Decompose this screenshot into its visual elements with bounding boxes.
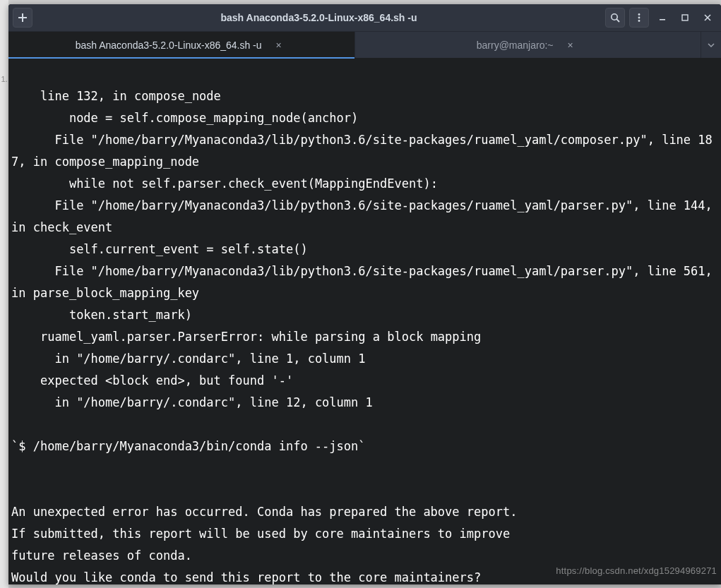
tab-0[interactable]: bash Anaconda3-5.2.0-Linux-x86_64.sh -u … [8, 32, 355, 58]
terminal-output[interactable]: line 132, in compose_node node = self.co… [8, 58, 721, 584]
terminal-line: node = self.compose_mapping_node(anchor) [11, 111, 358, 125]
watermark: https://blog.csdn.net/xdg15294969271 [556, 560, 717, 582]
editor-gutter: 1. [0, 0, 8, 588]
new-tab-button[interactable] [13, 8, 32, 28]
svg-point-5 [638, 17, 640, 19]
minimize-button[interactable] [653, 8, 672, 27]
maximize-button[interactable] [676, 8, 694, 27]
tab-1[interactable]: barry@manjaro:~ × [355, 32, 702, 58]
minimize-icon [658, 13, 667, 22]
close-icon [703, 13, 712, 22]
tab-label: barry@manjaro:~ [477, 40, 554, 51]
terminal-line: line 132, in compose_node [40, 89, 221, 103]
chevron-down-icon [708, 42, 715, 49]
tab-close-1[interactable]: × [562, 40, 579, 51]
svg-point-2 [612, 14, 617, 20]
terminal-window: bash Anaconda3-5.2.0-Linux-x86_64.sh -u [8, 4, 721, 584]
terminal-line: self.current_event = self.state() [11, 242, 308, 256]
terminal-line: ruamel_yaml.parser.ParserError: while pa… [11, 330, 481, 344]
svg-line-3 [616, 19, 619, 22]
terminal-line: File "/home/barry/Myanaconda3/lib/python… [11, 133, 713, 169]
maximize-icon [681, 13, 689, 22]
terminal-line: File "/home/barry/Myanaconda3/lib/python… [11, 198, 720, 234]
terminal-line: expected <block end>, but found '-' [11, 373, 293, 388]
titlebar: bash Anaconda3-5.2.0-Linux-x86_64.sh -u [8, 4, 721, 31]
terminal-line: while not self.parser.check_event(Mappin… [11, 176, 438, 191]
terminal-line: If submitted, this report will be used b… [11, 527, 510, 541]
search-button[interactable] [605, 8, 625, 28]
kebab-icon [634, 13, 644, 23]
terminal-line: token.start_mark) [11, 308, 192, 322]
window-title: bash Anaconda3-5.2.0-Linux-x86_64.sh -u [37, 12, 601, 23]
tab-dropdown[interactable] [701, 32, 721, 58]
svg-rect-1 [18, 17, 27, 18]
terminal-line: Would you like conda to send this report… [11, 570, 481, 584]
svg-rect-7 [660, 19, 665, 20]
menu-button[interactable] [629, 8, 649, 28]
search-icon [610, 13, 620, 23]
terminal-line: in "/home/barry/.condarc", line 1, colum… [11, 352, 366, 366]
plus-icon [18, 13, 28, 23]
svg-point-4 [638, 13, 640, 16]
terminal-line: An unexpected error has occurred. Conda … [11, 505, 517, 519]
svg-rect-8 [682, 15, 688, 20]
close-button[interactable] [698, 8, 717, 27]
tab-close-0[interactable]: × [270, 40, 287, 51]
terminal-line: in "/home/barry/.condarc", line 12, colu… [11, 395, 373, 409]
terminal-line: `$ /home/barry/Myanaconda3/bin/conda inf… [11, 439, 366, 453]
tab-label: bash Anaconda3-5.2.0-Linux-x86_64.sh -u [76, 40, 262, 51]
svg-point-6 [638, 20, 640, 22]
tab-bar: bash Anaconda3-5.2.0-Linux-x86_64.sh -u … [8, 31, 721, 58]
terminal-line: future releases of conda. [11, 548, 192, 563]
gutter-line: 1. [0, 75, 8, 83]
terminal-line: File "/home/barry/Myanaconda3/lib/python… [11, 264, 720, 300]
